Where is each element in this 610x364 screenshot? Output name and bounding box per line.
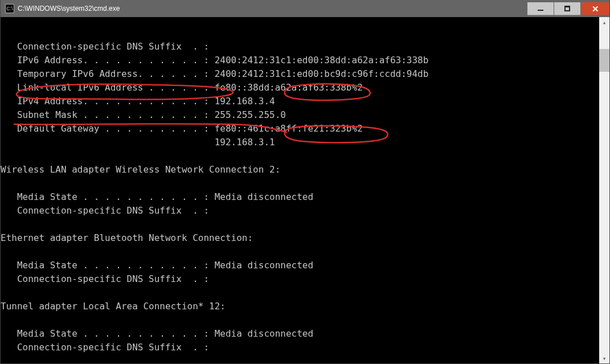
minimize-icon [538, 10, 543, 11]
vertical-scrollbar[interactable]: ▴ ▾ [599, 17, 609, 363]
client-area: Connection-specific DNS Suffix . : IPv6 … [1, 17, 609, 363]
terminal-output[interactable]: Connection-specific DNS Suffix . : IPv6 … [1, 26, 599, 354]
titlebar[interactable]: C:\ C:\WINDOWS\system32\cmd.exe ✕ [1, 0, 609, 17]
cmd-window: C:\ C:\WINDOWS\system32\cmd.exe ✕ Connec… [0, 0, 610, 364]
maximize-button[interactable] [554, 2, 580, 15]
scroll-track[interactable] [599, 27, 609, 353]
cmd-icon: C:\ [5, 4, 14, 13]
close-button[interactable]: ✕ [581, 2, 609, 15]
maximize-icon [564, 6, 570, 11]
scroll-up-button[interactable]: ▴ [599, 17, 609, 27]
close-icon: ✕ [592, 5, 599, 13]
scroll-thumb[interactable] [599, 49, 609, 72]
scroll-down-button[interactable]: ▾ [599, 353, 609, 363]
window-title: C:\WINDOWS\system32\cmd.exe [18, 5, 120, 13]
minimize-button[interactable] [527, 2, 554, 15]
